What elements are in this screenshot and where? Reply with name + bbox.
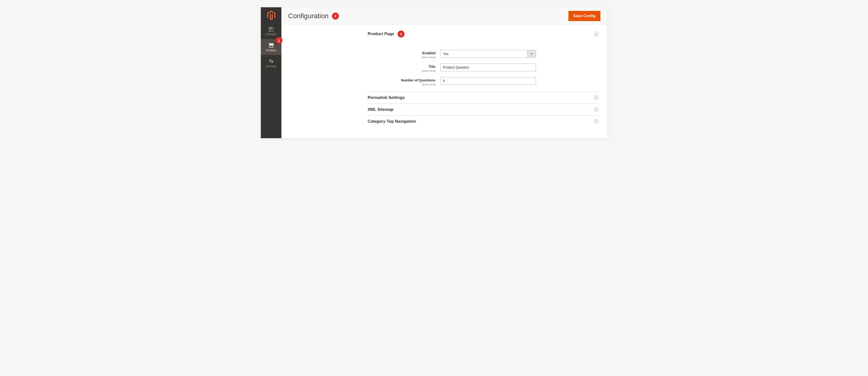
annotation-badge-2: 2 <box>332 12 339 20</box>
chevron-down-icon[interactable]: ▼ <box>527 50 536 58</box>
annotation-badge-3: 3 <box>398 31 404 37</box>
sidebar-item-label: STORES <box>266 49 276 52</box>
section-header-permalink[interactable]: Permalink Settings <box>368 92 598 104</box>
sidebar: CONTENT 1 STORES SYSTEM <box>261 7 281 138</box>
magento-logo[interactable] <box>261 7 281 23</box>
field-control: Yes ▼ <box>440 50 536 58</box>
page-header: Configuration 2 Save Config <box>281 7 607 25</box>
sidebar-item-system[interactable]: SYSTEM <box>261 55 281 71</box>
field-scope: [store view] <box>368 83 435 86</box>
product-page-form: Enabled [store view] Yes ▼ Title <box>368 41 598 92</box>
svg-rect-1 <box>270 28 271 29</box>
chevron-down-icon[interactable] <box>594 95 598 100</box>
content: Product Page 3 Enabled [store view] <box>281 25 607 133</box>
content-icon <box>269 26 274 32</box>
section-title: Category Top Navigation <box>368 119 416 124</box>
field-scope: [store view] <box>368 56 435 59</box>
sidebar-item-label: CONTENT <box>265 33 277 36</box>
section-title: Product Page 3 <box>368 31 404 37</box>
section-title: Permalink Settings <box>368 95 405 100</box>
field-label: Enabled <box>423 51 435 55</box>
section-title-text: Permalink Settings <box>368 95 405 100</box>
enabled-select[interactable]: Yes ▼ <box>440 50 536 58</box>
select-value: Yes <box>440 50 527 58</box>
section-title-text: XML Sitemap <box>368 107 393 112</box>
field-label: Number of Questions <box>401 78 435 82</box>
main-area: Configuration 2 Save Config Product Page… <box>281 7 607 138</box>
sidebar-item-label: SYSTEM <box>266 65 276 68</box>
field-label-wrap: Enabled [store view] <box>368 50 440 59</box>
field-label-wrap: Title [store view] <box>368 63 440 72</box>
section-header-product-page[interactable]: Product Page 3 <box>368 31 598 41</box>
page-title-text: Configuration <box>288 12 329 20</box>
section-header-category-nav[interactable]: Category Top Navigation <box>368 116 598 127</box>
stores-icon <box>269 42 274 48</box>
num-questions-input[interactable] <box>440 77 536 85</box>
field-title: Title [store view] <box>368 63 598 72</box>
title-input[interactable] <box>440 63 536 71</box>
page-title: Configuration 2 <box>288 12 339 20</box>
field-enabled: Enabled [store view] Yes ▼ <box>368 50 598 59</box>
sidebar-item-content[interactable]: CONTENT <box>261 23 281 39</box>
save-config-button[interactable]: Save Config <box>568 11 600 21</box>
chevron-down-icon[interactable] <box>594 107 598 112</box>
section-title: XML Sitemap <box>368 107 393 112</box>
field-scope: [store view] <box>368 69 435 72</box>
field-label: Title <box>428 65 435 68</box>
field-num-questions: Number of Questions [store view] <box>368 77 598 86</box>
sidebar-item-stores[interactable]: 1 STORES <box>261 39 281 55</box>
field-control <box>440 77 536 85</box>
section-title-text: Product Page <box>368 31 394 36</box>
annotation-badge-1: 1 <box>276 37 282 44</box>
chevron-up-icon[interactable] <box>594 32 598 36</box>
section-title-text: Category Top Navigation <box>368 119 416 124</box>
chevron-down-icon[interactable] <box>594 119 598 124</box>
section-header-xml-sitemap[interactable]: XML Sitemap <box>368 104 598 116</box>
config-panel: Product Page 3 Enabled [store view] <box>368 31 598 127</box>
field-label-wrap: Number of Questions [store view] <box>368 77 440 86</box>
gear-icon <box>269 58 274 64</box>
field-control <box>440 63 536 71</box>
admin-window: CONTENT 1 STORES SYSTEM Con <box>261 7 607 138</box>
magento-logo-icon <box>267 11 275 20</box>
